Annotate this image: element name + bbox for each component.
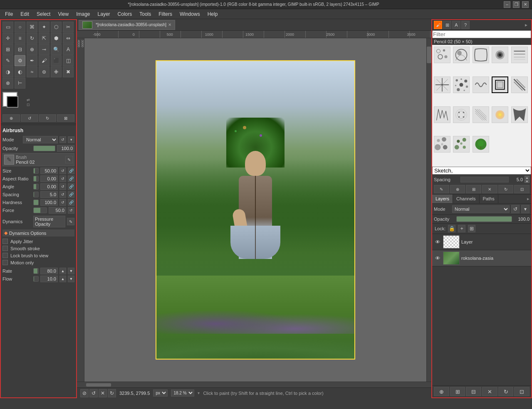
opacity-slider[interactable] <box>33 145 55 151</box>
reset-colors-icon[interactable]: ⊡ <box>27 103 30 107</box>
aspect-ratio-reset-btn[interactable]: ↺ <box>59 175 66 182</box>
tool-icon-heal[interactable]: ✙ <box>51 67 62 77</box>
tool-icon-airbrush[interactable]: ⚙ <box>15 55 25 66</box>
aspect-ratio-link-btn[interactable]: 🔗 <box>68 175 74 182</box>
layers-tab[interactable]: Layers <box>432 195 453 203</box>
tool-icon-rotate[interactable]: ↻ <box>27 33 37 44</box>
tool-icon-free-select[interactable]: ⌘ <box>27 22 37 32</box>
flow-down-btn[interactable]: ▼ <box>68 276 74 282</box>
tool-icon-unified[interactable]: ⊟ <box>15 44 25 55</box>
brush-cell[interactable] <box>453 76 470 93</box>
statusbar-nav-btn-1[interactable]: ⊘ <box>80 389 89 397</box>
flow-up-btn[interactable]: ▲ <box>59 276 66 282</box>
tool-icon-fuzzy-select[interactable]: ✦ <box>39 22 49 32</box>
tool-icon-scissors[interactable]: ✂ <box>63 22 74 32</box>
brush-edit-action-btn[interactable]: ✎ <box>434 185 449 193</box>
panel-collapse-btn[interactable]: ▸ <box>525 195 531 203</box>
channels-tab[interactable]: Channels <box>453 195 479 203</box>
canvas-scrollbar-bottom[interactable] <box>77 382 431 387</box>
fonts-tab-btn[interactable]: A <box>452 21 460 29</box>
mode-select[interactable]: Normal <box>23 136 58 143</box>
angle-link-btn[interactable]: 🔗 <box>68 183 74 190</box>
menu-item-filters[interactable]: Filters <box>155 10 176 18</box>
tool-icon-ellipse-select[interactable]: ○ <box>15 22 25 32</box>
statusbar-nav-btn-4[interactable]: ↻ <box>108 389 116 397</box>
panel-expand-btn[interactable]: ▸ <box>523 22 530 28</box>
canvas-tab[interactable]: *[roksolana-zasiadko-30856-unsplash] ✕ <box>79 20 175 30</box>
lock-position-btn[interactable]: + <box>458 225 465 232</box>
background-color[interactable] <box>7 96 18 108</box>
aspect-ratio-slider[interactable] <box>33 176 39 182</box>
spacing-reset-btn[interactable]: ↺ <box>59 191 66 198</box>
brush-tag-select[interactable]: Sketch, <box>432 167 531 175</box>
mode-extra-btn[interactable]: ▾ <box>68 136 74 143</box>
brushes-tab-btn[interactable]: 🖌 <box>434 21 442 29</box>
size-slider[interactable] <box>33 168 39 174</box>
help-tab-btn[interactable]: ? <box>461 21 470 29</box>
canvas-tab-close[interactable]: ✕ <box>168 22 171 27</box>
tool-icon-measure[interactable]: ⊸ <box>39 44 49 55</box>
mode-reset-btn[interactable]: ↺ <box>59 136 66 143</box>
brush-cell[interactable] <box>473 136 489 153</box>
menu-item-windows[interactable]: Windows <box>176 10 203 18</box>
tool-icon-sample[interactable]: ⊕ <box>27 44 37 55</box>
brush-selector-row[interactable]: ✎ Brush Pencil 02 ✎ <box>2 153 74 166</box>
brush-export-btn[interactable]: ⊡ <box>514 185 530 193</box>
new-layer-btn[interactable]: ⊕ <box>434 387 449 396</box>
brush-cell[interactable] <box>434 106 450 123</box>
brush-cell[interactable] <box>473 76 489 93</box>
smooth-stroke-checkbox[interactable] <box>2 246 8 251</box>
statusbar-zoom-select[interactable]: 18.2 % <box>171 389 194 397</box>
menu-item-edit[interactable]: Edit <box>17 10 32 18</box>
layers-mode-extra-btn[interactable]: ▾ <box>521 205 530 213</box>
brush-cell[interactable] <box>434 136 450 153</box>
menu-item-view[interactable]: View <box>54 10 72 18</box>
brush-cell[interactable] <box>492 47 508 63</box>
brush-cell[interactable] <box>434 47 450 63</box>
paths-tab[interactable]: Paths <box>480 195 498 203</box>
menu-item-file[interactable]: File <box>2 10 16 18</box>
tool-icon-eraser[interactable]: ✖ <box>63 67 74 77</box>
angle-slider[interactable] <box>33 184 39 190</box>
brush-cell[interactable] <box>453 136 470 153</box>
tool-icon-paint[interactable]: 🖌 <box>39 55 49 66</box>
tool-icon-text[interactable]: A <box>63 44 74 55</box>
tool-icon-blur[interactable]: ⊗ <box>2 78 13 89</box>
statusbar-nav-btn-3[interactable]: ✕ <box>99 389 107 397</box>
brush-cell[interactable] <box>434 76 450 93</box>
brush-cell[interactable] <box>511 47 528 63</box>
hardness-slider[interactable] <box>33 200 39 205</box>
redo-btn[interactable]: ↻ <box>39 114 57 122</box>
angle-reset-btn[interactable]: ↺ <box>59 183 66 190</box>
layer-item[interactable]: 👁 roksolana-zasia <box>432 250 531 266</box>
layers-opacity-slider[interactable] <box>456 216 512 222</box>
lower-layer-btn[interactable]: ⊟ <box>466 387 481 396</box>
force-slider[interactable] <box>33 207 47 213</box>
brush-cell[interactable] <box>473 106 489 123</box>
menu-item-colors[interactable]: Colors <box>114 10 136 18</box>
menu-item-layer[interactable]: Layer <box>94 10 114 18</box>
layers-mode-select[interactable]: Normal <box>452 205 510 213</box>
spacing-slider[interactable] <box>33 192 39 197</box>
tool-icon-rect-select[interactable]: ▭ <box>2 22 13 32</box>
tool-icon-dodge[interactable]: ◑ <box>2 67 13 77</box>
undo-btn[interactable]: ↺ <box>21 114 38 122</box>
brush-new-btn[interactable]: ⊕ <box>450 185 465 193</box>
statusbar-nav-btn-2[interactable]: ↺ <box>89 389 98 397</box>
lock-pixels-btn[interactable]: 🔒 <box>448 225 455 232</box>
canvas-scrollbar-right[interactable] <box>426 38 431 382</box>
tool-icon-ink[interactable]: ✒ <box>27 55 37 66</box>
tool-icon-zoom[interactable]: 🔍 <box>51 44 62 55</box>
zoom-fit-btn[interactable]: ⊠ <box>57 114 74 122</box>
brush-cell[interactable] <box>492 106 508 123</box>
tool-icon-smudge[interactable]: ≈ <box>27 67 37 77</box>
brush-refresh-btn[interactable]: ↻ <box>498 185 514 193</box>
menu-item-image[interactable]: Image <box>73 10 93 18</box>
tool-icon-bucket[interactable]: ⬛ <box>51 55 62 66</box>
brush-duplicate-btn[interactable]: ⊞ <box>466 185 481 193</box>
rate-up-btn[interactable]: ▲ <box>59 268 66 274</box>
brush-spacing-slider[interactable] <box>460 177 509 182</box>
patterns-tab-btn[interactable]: ⊞ <box>443 21 451 29</box>
minimize-button[interactable]: – <box>504 1 510 8</box>
hardness-link-btn[interactable]: 🔗 <box>68 199 74 206</box>
